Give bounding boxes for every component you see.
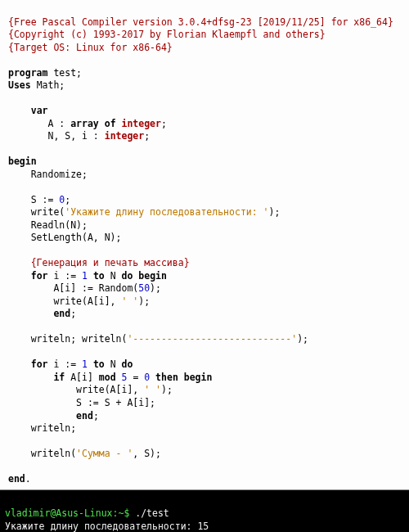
semi2: ; [144, 130, 150, 142]
for2d: N [105, 358, 122, 370]
readln: Readln(N); [8, 219, 88, 231]
num-50: 50 [138, 282, 150, 294]
str-space2: ' ' [144, 384, 161, 395]
semi1: ; [161, 118, 167, 129]
for2c [88, 358, 93, 370]
kw-begin2: begin [184, 372, 213, 383]
kw-end1: end [53, 308, 70, 319]
term-line-2: Укажите длину последовательности: 15 [5, 521, 209, 532]
end2-pre [8, 410, 76, 422]
write3a: write(A[i], [8, 384, 144, 395]
kw-var: var [31, 105, 48, 116]
str-sum: 'Сумма - ' [76, 448, 133, 459]
if-a [8, 372, 53, 383]
str-prompt: 'Укажите длину последовательности: ' [65, 206, 268, 218]
uses-name: Math; [31, 79, 65, 91]
writeln2: writeln; [8, 422, 76, 434]
ty-int-1: integer [116, 118, 161, 129]
str-dash: '----------------------------' [127, 333, 297, 345]
kw-end-final: end [8, 473, 25, 485]
rand-a: A[i] := Random( [8, 282, 138, 294]
kw-do2: do [122, 358, 133, 370]
kw-for2: for [31, 358, 48, 370]
kw-program: program [8, 67, 47, 79]
s0-pre: S := [8, 194, 59, 205]
for1d: N [105, 270, 122, 282]
ty-int-2: integer [105, 130, 144, 142]
kw-if: if [53, 372, 65, 383]
compiler-comment-3: {Target OS: Linux for x86-64} [8, 42, 173, 53]
prog-name: test; [47, 67, 82, 79]
kw-to2: to [93, 358, 105, 370]
for2b: i := [47, 358, 82, 370]
write2a: write(A[i], [8, 295, 121, 307]
code-editor: {Free Pascal Compiler version 3.0.4+dfsg… [0, 0, 409, 489]
kw-do1: do [122, 270, 133, 282]
comment-gen: {Генерация и печать массива} [8, 257, 190, 268]
num-1a: 1 [82, 270, 88, 282]
write2b: ); [138, 295, 150, 307]
compiler-comment-2: {Copyright (c) 1993-2017 by Florian Klae… [8, 29, 326, 40]
kw-end2: end [76, 410, 93, 422]
num-1b: 1 [82, 358, 88, 370]
for2a [8, 358, 31, 370]
var-nsi-pre: N, S, i : [8, 130, 105, 142]
kw-to1: to [93, 270, 105, 282]
kw-for1: for [31, 270, 48, 282]
rand-b: ); [150, 282, 161, 294]
writeln-dash-a: writeln; writeln( [8, 333, 127, 345]
str-space1: ' ' [121, 295, 138, 307]
s0-post: ; [65, 194, 70, 205]
kw-begin1: begin [138, 270, 167, 282]
write3b: ); [161, 384, 173, 395]
if-c [116, 372, 122, 383]
if-d: = [127, 372, 144, 383]
for1c [88, 270, 93, 282]
kw-array-of: array of [70, 118, 115, 129]
write1b: ); [269, 206, 281, 218]
write4a: writeln( [8, 448, 76, 459]
for1a [8, 270, 31, 282]
kw-mod: mod [99, 372, 116, 383]
if-b: A[i] [65, 372, 99, 383]
cmd-1: ./test [129, 507, 169, 519]
prompt-1: vladimir@Asus-Linux:~$ [5, 507, 129, 519]
write4b: , S); [133, 448, 161, 459]
var-a-pre: A : [8, 118, 70, 129]
setlen: SetLength(A, N); [8, 232, 121, 243]
randomize: Randomize; [8, 169, 88, 180]
ssum: S := S + A[i]; [8, 397, 155, 408]
end1-post: ; [70, 308, 76, 319]
if-f [178, 372, 184, 383]
terminal[interactable]: vladimir@Asus-Linux:~$ ./test Укажите дл… [0, 489, 409, 532]
writeln-dash-b: ); [297, 333, 308, 345]
kw-uses: Uses [8, 79, 31, 91]
compiler-comment-1: {Free Pascal Compiler version 3.0.4+dfsg… [8, 16, 393, 28]
dot: . [25, 473, 31, 485]
for1b: i := [47, 270, 82, 282]
end1-pre [8, 308, 53, 319]
end2-post: ; [93, 410, 99, 422]
kw-begin: begin [8, 156, 37, 167]
write1a: write( [8, 206, 65, 218]
kw-then: then [155, 372, 178, 383]
